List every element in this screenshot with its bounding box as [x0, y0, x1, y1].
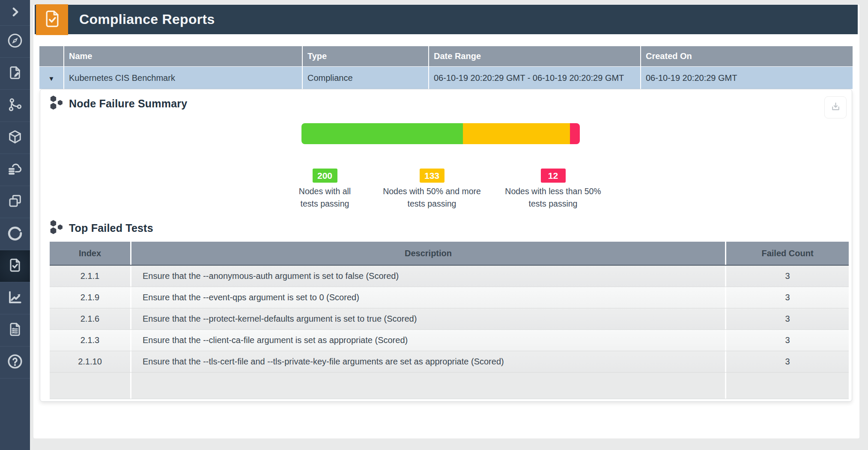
test-failed-count: 3: [726, 287, 849, 308]
triangle-down-icon: ▼: [48, 75, 55, 82]
test-description: Ensure that the --tls-cert-file and --tl…: [131, 351, 726, 372]
node-failure-summary-heading: Node Failure Summary: [50, 95, 187, 112]
test-description: Ensure that the --client-ca-file argumen…: [131, 330, 726, 351]
question-circle-icon: [7, 353, 23, 371]
document-check-icon: [42, 9, 62, 30]
failed-test-row: 2.1.3 Ensure that the --client-ca-file a…: [50, 330, 849, 351]
legend-value-badge: 133: [420, 169, 444, 183]
legend-item-less-than-50-passing: 12 Nodes with less than 50% tests passin…: [502, 169, 604, 210]
main-panel: Compliance Reports Name Type Date Range …: [33, 4, 859, 438]
section-title: Top Failed Tests: [69, 222, 153, 234]
legend-label: Nodes with all tests passing: [299, 185, 351, 210]
test-description: Ensure that the --anonymous-auth argumen…: [131, 266, 726, 287]
test-failed-count: 3: [726, 266, 849, 287]
failed-test-row: 2.1.9 Ensure that the --event-qps argume…: [50, 287, 849, 308]
failed-test-row: 2.1.1 Ensure that the --anonymous-auth a…: [50, 266, 849, 287]
test-index: 2.1.6: [50, 308, 131, 329]
sidebar: [0, 0, 30, 450]
cube-icon: [7, 129, 23, 146]
hexagon-cluster-icon: [50, 95, 63, 112]
report-name: Kubernetes CIS Benchmark: [64, 67, 303, 89]
bar-segment-50-and-more-passing: [463, 123, 570, 144]
column-header-description: Description: [131, 242, 726, 265]
sidebar-item-topology[interactable]: [0, 90, 30, 122]
node-failure-stacked-bar: [301, 123, 580, 144]
sidebar-item-compliance[interactable]: [0, 250, 30, 282]
tests-table-header: Index Description Failed Count: [50, 242, 849, 266]
legend-value-badge: 12: [541, 169, 566, 183]
sidebar-item-checklist[interactable]: [0, 314, 30, 346]
page-title: Compliance Reports: [79, 12, 215, 27]
node-failure-legend: 200 Nodes with all tests passing 133 Nod…: [40, 169, 852, 210]
legend-item-all-passing: 200 Nodes with all tests passing: [288, 169, 362, 210]
empty-table-row: [50, 373, 849, 399]
cloud-database-icon: [7, 161, 23, 179]
checklist-document-icon: [7, 322, 23, 339]
document-check-icon: [7, 258, 23, 275]
failed-test-row: 2.1.10 Ensure that the --tls-cert-file a…: [50, 351, 849, 373]
sidebar-item-explore[interactable]: [0, 26, 30, 58]
sidebar-item-activity[interactable]: [0, 218, 30, 250]
column-header-failed-count: Failed Count: [726, 242, 849, 265]
test-failed-count: 3: [726, 308, 849, 329]
test-failed-count: 3: [726, 351, 849, 372]
top-failed-tests-table: Index Description Failed Count 2.1.1 Ens…: [50, 242, 849, 399]
legend-label: Nodes with 50% and more tests passing: [383, 185, 481, 210]
refresh-icon: [7, 225, 23, 243]
reports-table-header: Name Type Date Range Created On: [39, 46, 853, 67]
column-header-date-range: Date Range: [429, 46, 641, 66]
sidebar-item-expand[interactable]: [0, 0, 30, 26]
section-title: Node Failure Summary: [69, 98, 187, 110]
line-chart-icon: [7, 290, 23, 307]
report-date-range: 06-10-19 20:20:29 GMT - 06-10-19 20:20:2…: [429, 67, 641, 89]
test-description: Ensure that the --protect-kernel-default…: [131, 308, 726, 329]
bar-segment-all-passing: [301, 123, 463, 144]
reports-table: Name Type Date Range Created On ▼ Kubern…: [39, 46, 853, 89]
test-index: 2.1.3: [50, 330, 131, 351]
sidebar-item-copies[interactable]: [0, 186, 30, 218]
legend-label: Nodes with less than 50% tests passing: [505, 185, 601, 210]
column-header-name: Name: [64, 46, 303, 66]
expand-column-header: [39, 46, 64, 66]
column-header-index: Index: [50, 242, 131, 265]
page-header: Compliance Reports: [35, 5, 858, 34]
report-created-on: 06-10-19 20:20:29 GMT: [641, 67, 853, 89]
column-header-created-on: Created On: [641, 46, 853, 66]
overlapping-squares-icon: [7, 193, 23, 210]
sidebar-item-metrics[interactable]: [0, 282, 30, 314]
hexagon-cluster-icon: [50, 220, 63, 236]
test-index: 2.1.9: [50, 287, 131, 308]
column-header-type: Type: [303, 46, 429, 66]
network-branch-icon: [7, 97, 23, 114]
failed-test-row: 2.1.6 Ensure that the --protect-kernel-d…: [50, 308, 849, 330]
compass-icon: [7, 33, 23, 50]
sidebar-item-help[interactable]: [0, 346, 30, 379]
test-description: Ensure that the --event-qps argument is …: [131, 287, 726, 308]
chevron-right-icon: [9, 6, 21, 20]
test-index: 2.1.10: [50, 351, 131, 372]
report-row-kubernetes-cis-benchmark[interactable]: ▼ Kubernetes CIS Benchmark Compliance 06…: [39, 67, 853, 89]
sidebar-item-containers[interactable]: [0, 122, 30, 154]
report-detail-card: Node Failure Summary 200 Nodes with all …: [40, 89, 852, 402]
document-edit-icon: [7, 65, 23, 82]
report-type: Compliance: [303, 67, 429, 89]
compliance-reports-page: { "header": { "title": "Compliance Repor…: [0, 0, 868, 450]
sidebar-item-policies[interactable]: [0, 58, 30, 90]
collapse-row-toggle[interactable]: ▼: [39, 67, 64, 89]
bar-segment-less-than-50-passing: [570, 123, 580, 144]
legend-item-50-and-more-passing: 133 Nodes with 50% and more tests passin…: [378, 169, 486, 210]
test-index: 2.1.1: [50, 266, 131, 287]
compliance-app-tile: [36, 4, 68, 35]
test-failed-count: 3: [726, 330, 849, 351]
legend-value-badge: 200: [313, 169, 337, 183]
download-report-button[interactable]: [824, 96, 847, 118]
sidebar-item-cloud-data[interactable]: [0, 154, 30, 186]
download-icon: [830, 101, 841, 114]
top-failed-tests-heading: Top Failed Tests: [50, 220, 153, 236]
